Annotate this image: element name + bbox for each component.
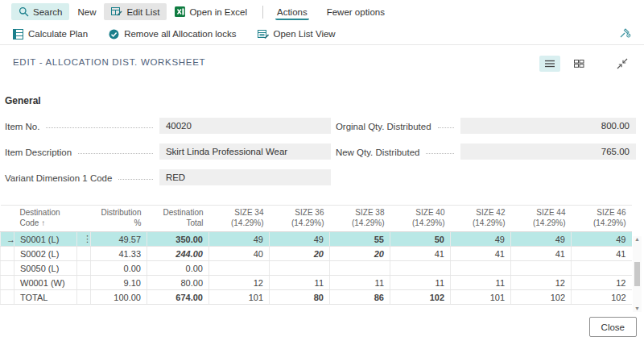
distribution-pct-cell[interactable]: 0.00 bbox=[91, 261, 147, 276]
dotted-leader bbox=[46, 127, 152, 128]
table-row-w0001[interactable]: W0001 (W) 9.10 80.00 12 11 11 11 11 12 1… bbox=[1, 276, 632, 290]
remove-allocation-locks-label: Remove all Allocation locks bbox=[124, 29, 236, 39]
destination-code-cell[interactable]: W0001 (W) bbox=[14, 276, 77, 290]
size-cell[interactable] bbox=[390, 261, 451, 276]
item-no-label: Item No. bbox=[5, 122, 39, 134]
new-label: New bbox=[77, 7, 96, 17]
field-item-no: Item No. 40020 bbox=[5, 118, 331, 134]
size-cell[interactable]: 49 bbox=[572, 232, 632, 247]
general-fields: Item No. 40020 Item Description Skirt Li… bbox=[0, 106, 644, 195]
table-scrollbar[interactable]: ▲ ▼ bbox=[633, 236, 642, 312]
size-cell[interactable] bbox=[209, 261, 270, 276]
col-size-42[interactable]: SIZE 42(14.29%) bbox=[451, 206, 511, 232]
col-size-40[interactable]: SIZE 40(14.29%) bbox=[390, 206, 451, 232]
size-cell[interactable]: 20 bbox=[270, 247, 330, 261]
table-row-s0001[interactable]: → S0001 (L) ⋮ 49.57 350.00 49 49 55 50 4… bbox=[1, 232, 632, 247]
col-size-44[interactable]: SIZE 44(14.29%) bbox=[511, 206, 572, 232]
table-row-s0002[interactable]: S0002 (L) 41.33 244.00 40 20 20 41 41 41… bbox=[1, 247, 632, 261]
size-cell[interactable]: 11 bbox=[451, 276, 511, 290]
size-cell[interactable] bbox=[330, 261, 390, 276]
open-in-excel-label: Open in Excel bbox=[189, 7, 247, 17]
size-cell[interactable]: 49 bbox=[511, 232, 572, 247]
size-cell[interactable]: 41 bbox=[572, 247, 632, 261]
new-button[interactable]: New bbox=[69, 4, 104, 20]
destination-code-cell[interactable]: S0002 (L) bbox=[14, 247, 77, 261]
size-cell[interactable]: 41 bbox=[390, 247, 451, 261]
scroll-up-icon[interactable]: ▲ bbox=[634, 236, 640, 243]
command-bar: Search New Edit List Open in Excel Ac bbox=[0, 0, 644, 23]
size-cell[interactable]: 11 bbox=[270, 276, 330, 290]
open-list-view-button[interactable]: Open List View bbox=[258, 29, 336, 40]
item-description-input[interactable]: Skirt Linda Professional Wear bbox=[159, 143, 331, 160]
size-cell[interactable] bbox=[572, 261, 632, 276]
col-size-34[interactable]: SIZE 34(14.29%) bbox=[209, 206, 270, 232]
size-cell[interactable]: 40 bbox=[209, 247, 270, 261]
col-destination-total[interactable]: DestinationTotal bbox=[147, 206, 209, 232]
list-view-toggle[interactable] bbox=[539, 56, 560, 72]
original-qty-input[interactable]: 800.00 bbox=[460, 118, 636, 134]
actions-menu[interactable]: Actions bbox=[275, 4, 309, 20]
size-cell[interactable]: 50 bbox=[390, 232, 451, 247]
destination-code-cell[interactable]: S0001 (L) bbox=[14, 232, 77, 247]
size-cell[interactable]: 41 bbox=[451, 247, 511, 261]
variant-dimension-input[interactable]: RED bbox=[159, 169, 331, 185]
size-cell[interactable]: 55 bbox=[330, 232, 390, 247]
list-view-icon bbox=[545, 60, 555, 68]
size-cell[interactable]: 49 bbox=[451, 232, 511, 247]
size-cell[interactable]: 49 bbox=[209, 232, 270, 247]
open-list-view-icon bbox=[258, 29, 269, 40]
tiles-icon bbox=[574, 60, 584, 68]
col-size-36[interactable]: SIZE 36(14.29%) bbox=[270, 206, 330, 232]
col-destination-code[interactable]: DestinationCode ↑ bbox=[14, 206, 77, 232]
size-cell[interactable]: 11 bbox=[330, 276, 390, 290]
scroll-down-icon[interactable]: ▼ bbox=[634, 306, 640, 312]
size-cell[interactable] bbox=[511, 261, 572, 276]
size-cell[interactable] bbox=[270, 261, 330, 276]
open-list-view-label: Open List View bbox=[274, 29, 336, 39]
original-qty-label: Orginal Qty. Distributed bbox=[336, 122, 431, 134]
actions-label: Actions bbox=[277, 7, 308, 17]
field-variant-dimension: Variant Dimension 1 Code RED bbox=[5, 169, 331, 185]
view-switcher bbox=[539, 56, 633, 72]
open-in-excel-button[interactable]: Open in Excel bbox=[167, 3, 255, 20]
destination-code-cell[interactable]: S0050 (L) bbox=[14, 261, 77, 276]
scrollbar-thumb[interactable] bbox=[634, 262, 640, 286]
search-label: Search bbox=[33, 7, 62, 17]
total-destination-total: 674.00 bbox=[147, 290, 209, 305]
unpin-button[interactable] bbox=[619, 27, 631, 39]
fewer-options-button[interactable]: Fewer options bbox=[319, 4, 393, 20]
collapse-page-button[interactable] bbox=[612, 56, 633, 72]
table-row-s0050[interactable]: S0050 (L) 0.00 0.00 bbox=[1, 261, 632, 276]
edit-list-button[interactable]: Edit List bbox=[104, 3, 167, 20]
size-cell[interactable]: 12 bbox=[511, 276, 572, 290]
col-size-46[interactable]: SIZE 46(14.29%) bbox=[572, 206, 632, 232]
total-size-cell: 101 bbox=[209, 290, 270, 305]
size-cell[interactable]: 20 bbox=[330, 247, 390, 261]
destination-total-cell[interactable]: 0.00 bbox=[147, 261, 209, 276]
size-cell[interactable]: 11 bbox=[390, 276, 451, 290]
size-cell[interactable]: 12 bbox=[572, 276, 632, 290]
distribution-pct-cell[interactable]: 9.10 bbox=[91, 276, 147, 290]
total-size-cell: 80 bbox=[270, 290, 330, 305]
new-qty-input[interactable]: 765.00 bbox=[460, 143, 636, 160]
selected-row-arrow-icon: → bbox=[1, 232, 14, 247]
destination-total-cell[interactable]: 80.00 bbox=[147, 276, 209, 290]
close-button[interactable]: Close bbox=[589, 317, 637, 337]
size-cell[interactable]: 41 bbox=[511, 247, 572, 261]
size-cell[interactable]: 49 bbox=[270, 232, 330, 247]
tile-view-toggle[interactable] bbox=[568, 56, 589, 72]
calculate-plan-button[interactable]: Calculate Plan bbox=[13, 29, 88, 40]
destination-total-cell[interactable]: 350.00 bbox=[147, 232, 209, 247]
size-cell[interactable] bbox=[451, 261, 511, 276]
distribution-pct-cell[interactable]: 41.33 bbox=[91, 247, 147, 261]
col-size-38[interactable]: SIZE 38(14.29%) bbox=[330, 206, 390, 232]
pin-icon bbox=[619, 27, 631, 39]
size-cell[interactable]: 12 bbox=[209, 276, 270, 290]
item-no-input[interactable]: 40020 bbox=[159, 118, 331, 134]
destination-total-cell[interactable]: 244.00 bbox=[147, 247, 209, 261]
col-distribution-pct[interactable]: Distribution % bbox=[91, 206, 147, 232]
remove-allocation-locks-button[interactable]: Remove all Allocation locks bbox=[109, 29, 236, 40]
search-button[interactable]: Search bbox=[11, 3, 69, 20]
row-options-icon[interactable]: ⋮ bbox=[77, 232, 91, 247]
distribution-pct-cell[interactable]: 49.57 bbox=[91, 232, 147, 247]
